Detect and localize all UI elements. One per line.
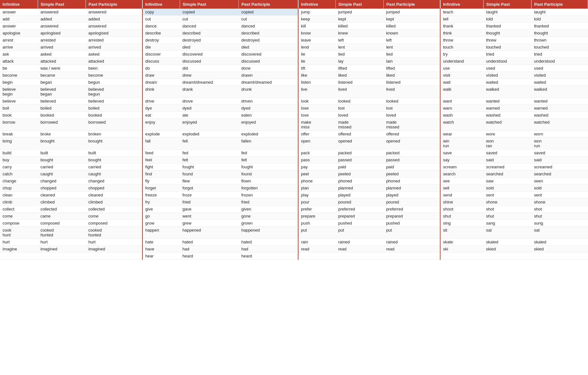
cell-pp: shone [531, 199, 588, 206]
table-row: carrycarriedcarriedfightfoughtfoughtpayp… [0, 164, 588, 171]
cell-inf: lie [298, 58, 335, 65]
cell-pp: pushed [384, 220, 440, 227]
cell-pp: lied [384, 51, 440, 58]
table-row: changechangedchangedflyflewflownphonepho… [0, 178, 588, 185]
cell-sp: composed [38, 220, 86, 227]
cell-sp: dyed [180, 105, 239, 112]
cell-pp: imagined [86, 246, 142, 253]
cell-sp: felt [180, 157, 239, 164]
cell-pp: loved [384, 112, 440, 119]
cell-sp: warned [484, 105, 531, 112]
cell-sp: cleaned [38, 192, 86, 199]
table-row: catchcaughtcaughtfindfoundfoundpeelpeele… [0, 171, 588, 178]
cell-sp: opened [335, 138, 383, 149]
cell-sp: hated [180, 239, 239, 246]
cell-inf: ask [0, 51, 38, 58]
cell-sp: borrowed [38, 119, 86, 131]
cell-pp: watched [531, 119, 588, 131]
table-row: cleancleanedcleanedfreezefrozefrozenplay… [0, 192, 588, 199]
cell-inf: discuss [142, 58, 180, 65]
cell-inf: find [142, 171, 180, 178]
cell-sp: preferred [335, 206, 383, 213]
cell-inf: imagine [0, 246, 38, 253]
cell-sp: read [335, 246, 383, 253]
cell-inf: arrest [0, 37, 38, 44]
cell-pp: grown [239, 220, 298, 227]
cell-sp: climbed [38, 199, 86, 206]
cell-inf: wear [440, 131, 484, 138]
cell-sp: walked [484, 86, 531, 98]
cell-sp: saved [484, 149, 531, 157]
cell-inf: book [0, 112, 38, 119]
cell-sp: rained [335, 239, 383, 246]
cell-pp [86, 253, 142, 260]
cell-sp: dreamt/dreamed [180, 79, 239, 86]
cell-sp: did [180, 65, 239, 72]
cell-inf: feed [142, 149, 180, 157]
cell-pp: exploded [239, 131, 298, 138]
cell-sp: answered [38, 9, 86, 16]
cell-pp: touched [531, 44, 588, 51]
cell-inf: thank [440, 23, 484, 30]
cell-pp: apologised [86, 30, 142, 37]
cell-pp: paid [384, 164, 440, 171]
cell-pp: copied [239, 9, 298, 16]
cell-sp: understood [484, 58, 531, 65]
cell-sp: watched [484, 119, 531, 131]
table-row: imagineimaginedimaginedhavehadhadreadrea… [0, 246, 588, 253]
cell-sp: sang [484, 220, 531, 227]
cell-inf: pour [298, 199, 335, 206]
cell-sp [484, 253, 531, 260]
cell-pp: seen [531, 178, 588, 185]
cell-pp: lost [384, 105, 440, 112]
col-inf-1: Infinitive [0, 0, 38, 9]
col-inf-2: Infinitive [142, 0, 180, 9]
cell-pp: bought [86, 157, 142, 164]
table-row: buyboughtboughtfeelfeltfeltpasspassedpas… [0, 157, 588, 164]
cell-pp: enjoyed [239, 119, 298, 131]
cell-pp: skied [531, 246, 588, 253]
cell-inf: lose [298, 105, 335, 112]
cell-pp: fed [239, 149, 298, 157]
cell-inf: come [0, 213, 38, 220]
cell-sp: visited [484, 72, 531, 79]
cell-inf: win run [440, 138, 484, 149]
cell-pp: forgotten [239, 185, 298, 192]
cell-pp: packed [384, 149, 440, 157]
cell-pp: boiled [86, 105, 142, 112]
cell-sp: wore [484, 131, 531, 138]
cell-sp: skated [484, 239, 531, 246]
table-row: buildbuiltbuiltfeedfedfedpackpackedpacke… [0, 149, 588, 157]
cell-sp: peeled [335, 171, 383, 178]
cell-pp: walked [531, 86, 588, 98]
cell-sp: forgot [180, 185, 239, 192]
cell-inf: chop [0, 185, 38, 192]
table-row: breakbrokebrokenexplodeexplodedexplodedo… [0, 131, 588, 138]
cell-sp: died [180, 44, 239, 51]
cell-sp: searched [484, 171, 531, 178]
cell-sp: skied [484, 246, 531, 253]
cell-inf: scream [440, 164, 484, 171]
cell-inf: answer [0, 9, 38, 16]
cell-inf: read [298, 246, 335, 253]
cell-pp: added [86, 16, 142, 23]
cell-inf: lie [298, 51, 335, 58]
cell-inf: want [440, 98, 484, 105]
cell-pp: understood [531, 58, 588, 65]
cell-inf: die [142, 44, 180, 51]
cell-sp: changed [38, 178, 86, 185]
cell-sp: found [180, 171, 239, 178]
cell-pp: danced [239, 23, 298, 30]
cell-sp: came [38, 213, 86, 220]
cell-inf: enjoy [142, 119, 180, 131]
cell-sp: sold [484, 185, 531, 192]
cell-inf: search [440, 171, 484, 178]
col-sp-2: Simple Past [180, 0, 239, 9]
cell-pp: answered [86, 9, 142, 16]
cell-pp: discovered [239, 51, 298, 58]
cell-pp: hated [239, 239, 298, 246]
table-row: hurthurthurthatehatedhatedrainrainedrain… [0, 239, 588, 246]
cell-inf: destroy [142, 37, 180, 44]
cell-pp: eaten [239, 112, 298, 119]
table-row: bringbroughtbroughtfallfellfallenopenope… [0, 138, 588, 149]
